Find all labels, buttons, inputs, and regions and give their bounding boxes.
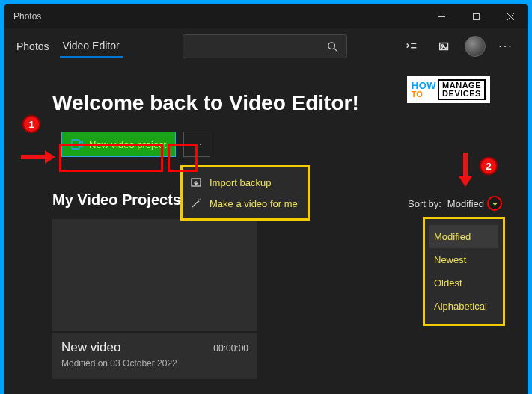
avatar[interactable] [465,36,486,57]
magic-icon [190,197,202,209]
close-button[interactable] [493,4,528,28]
more-actions-menu: Import backup Make a video for me [180,165,310,221]
annotation-arrow-2 [460,153,471,187]
import-backup-icon [190,176,202,188]
chevron-down-icon [487,196,502,211]
search-input[interactable] [183,34,347,58]
project-card[interactable]: New video 00:00:00 Modified on 03 Octobe… [52,219,257,379]
action-row: New video project ··· [61,132,505,157]
search-icon [327,41,337,52]
video-icon [71,139,83,150]
menu-make-video[interactable]: Make a video for me [186,193,305,214]
sort-label: Sort by: [408,198,441,209]
svg-point-4 [328,43,334,49]
tab-video-editor[interactable]: Video Editor [60,35,123,58]
sort-option-modified[interactable]: Modified [429,225,498,248]
sort-dropdown[interactable]: Modified [447,196,502,211]
titlebar: Photos [4,4,528,28]
tab-photos[interactable]: Photos [13,36,52,57]
project-subtitle: Modified on 03 October 2022 [61,358,248,369]
minimize-button[interactable] [424,4,459,28]
sort-option-newest[interactable]: Newest [429,248,498,271]
menu-import-backup-label: Import backup [210,177,271,188]
project-thumbnail [52,219,257,331]
app-window: Photos Photos Video Editor ··· [4,4,528,394]
watermark-devices: DEVICES [442,90,481,98]
menu-import-backup[interactable]: Import backup [186,172,305,193]
annotation-arrow-1 [21,152,55,162]
sort-option-alphabetical[interactable]: Alphabetical [429,295,498,318]
annotation-bubble-1: 1 [22,115,40,133]
import-icon[interactable] [432,34,457,59]
more-icon[interactable]: ··· [493,34,519,59]
toolbar: Photos Video Editor ··· [4,28,528,64]
app-title: Photos [13,11,41,22]
more-actions-button[interactable]: ··· [183,132,210,157]
new-video-project-button[interactable]: New video project [61,132,176,157]
project-title: New video [61,340,120,355]
sort-option-oldest[interactable]: Oldest [429,271,498,295]
svg-rect-12 [72,140,79,149]
maximize-button[interactable] [459,4,493,28]
sort-menu: Modified Newest Oldest Alphabetical [423,217,505,326]
watermark: HOW TO MANAGE DEVICES [407,76,490,103]
project-duration: 00:00:00 [213,343,248,354]
svg-line-5 [334,49,337,52]
svg-line-7 [407,46,409,48]
sort-current: Modified [447,198,484,209]
window-controls [424,4,528,28]
project-info: New video 00:00:00 Modified on 03 Octobe… [52,333,257,379]
annotation-bubble-2: 2 [480,157,498,175]
select-icon[interactable] [399,34,424,59]
sort-row: Sort by: Modified [408,196,502,211]
watermark-to: TO [412,90,436,99]
menu-make-video-label: Make a video for me [210,198,298,209]
new-video-project-label: New video project [89,139,166,150]
svg-rect-1 [473,13,479,19]
